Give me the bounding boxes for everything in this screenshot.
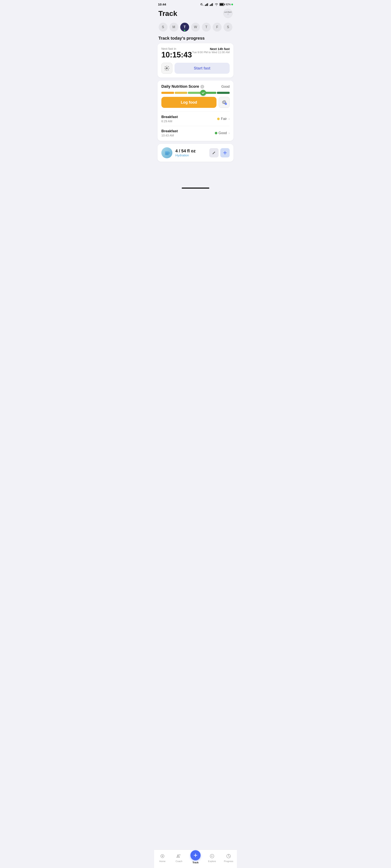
scan-icon — [221, 100, 227, 105]
meal-1-section: Breakfast 6:29 AM Fair › — [161, 111, 230, 123]
next-fast-label: Next fast in — [161, 47, 192, 51]
fasting-settings-button[interactable] — [161, 63, 172, 74]
log-food-button[interactable]: Log food — [161, 97, 216, 108]
day-selector: S M T W T F S — [154, 21, 237, 35]
meal-2-score[interactable]: Good › — [215, 131, 230, 135]
fasting-header: Next fast in 10:15:43 Next 14h fast Tue … — [161, 47, 230, 60]
day-circle-saturday[interactable]: S — [223, 23, 232, 32]
plus-icon — [223, 151, 227, 155]
section-title: Track today's progress — [154, 35, 237, 43]
app-header: Track Let them ♡ — [154, 7, 237, 21]
next-fast-right: Next 14h fast — [192, 47, 230, 51]
score-dot-yellow — [217, 118, 220, 120]
battery: 92% — [219, 3, 233, 6]
meal-2-section: Breakfast 10:43 AM Good › — [161, 126, 230, 137]
day-circle-sunday[interactable]: S — [159, 23, 168, 32]
meal-1-score[interactable]: Fair › — [217, 117, 230, 121]
fast-schedule: Tue 9:00 PM to Wed 11:00 AM — [192, 51, 230, 54]
info-icon[interactable]: i — [200, 85, 204, 89]
log-food-row: Log food — [161, 97, 230, 108]
meal-1-name: Breakfast — [161, 115, 178, 119]
food-scan-button[interactable] — [219, 97, 230, 108]
day-friday[interactable]: F — [213, 23, 221, 32]
day-circle-tuesday[interactable]: T — [180, 23, 189, 32]
day-tuesday[interactable]: T — [180, 23, 189, 32]
hydration-label: Hydration — [175, 153, 206, 157]
signal2-icon — [210, 3, 213, 6]
nutrition-card: Daily Nutrition Score i Good Log food — [157, 81, 234, 141]
wifi-icon — [215, 3, 218, 6]
hydration-edit-button[interactable] — [209, 148, 219, 157]
fasting-actions: Start fast — [161, 63, 230, 74]
battery-percent: 92% — [225, 3, 231, 6]
day-circle-monday[interactable]: M — [170, 23, 178, 32]
day-wednesday[interactable]: W — [191, 23, 200, 32]
svg-rect-6 — [211, 4, 212, 6]
svg-point-13 — [224, 102, 225, 103]
hydration-icon-wrap — [161, 147, 172, 158]
nutrition-header: Daily Nutrition Score i Good — [161, 84, 230, 89]
hydration-amount: 4 / 54 fl oz — [175, 149, 206, 153]
avatar-text: Let them ♡ — [223, 11, 232, 16]
svg-rect-7 — [212, 3, 213, 6]
day-sunday[interactable]: S — [159, 23, 168, 32]
status-bar: 10:44 — [154, 0, 237, 7]
progress-checkmark — [200, 90, 206, 96]
svg-rect-9 — [220, 3, 223, 5]
chevron-right-icon: › — [229, 117, 230, 121]
nutrition-title: Daily Nutrition Score — [161, 84, 199, 89]
svg-rect-16 — [166, 151, 168, 153]
svg-rect-5 — [211, 4, 211, 6]
day-circle-thursday[interactable]: T — [202, 23, 211, 32]
avatar[interactable]: Let them ♡ — [223, 9, 233, 18]
meal-2-row[interactable]: Breakfast 10:43 AM Good › — [161, 129, 230, 137]
day-monday[interactable]: M — [170, 23, 178, 32]
start-fast-button[interactable]: Start fast — [175, 63, 230, 74]
today-dot — [184, 30, 185, 31]
meal-2-time: 10:43 AM — [161, 134, 178, 137]
fast-timer: 10:15:43 — [161, 51, 192, 59]
settings-icon — [164, 65, 170, 71]
log-food-section: Log food — [161, 97, 230, 108]
meal-2-name: Breakfast — [161, 129, 178, 133]
svg-rect-3 — [207, 3, 208, 6]
hydration-icon — [164, 150, 170, 156]
battery-icon — [219, 3, 225, 6]
day-circle-friday[interactable]: F — [213, 23, 221, 32]
svg-rect-1 — [206, 4, 206, 6]
hydration-actions — [209, 148, 230, 157]
svg-rect-10 — [224, 4, 225, 5]
nutrition-progress-bar — [161, 92, 230, 94]
svg-rect-0 — [205, 5, 206, 6]
checkmark-icon — [202, 91, 205, 94]
battery-charging-dot — [231, 4, 233, 5]
day-circle-wednesday[interactable]: W — [191, 23, 200, 32]
hydration-card: 4 / 54 fl oz Hydration — [157, 144, 234, 162]
nutrition-score: Good — [221, 85, 230, 89]
meal-1-time: 6:29 AM — [161, 120, 178, 123]
page-title: Track — [158, 9, 177, 18]
edit-icon — [212, 151, 216, 155]
fasting-card: Next fast in 10:15:43 Next 14h fast Tue … — [157, 43, 234, 78]
svg-rect-2 — [207, 4, 207, 6]
hydration-add-button[interactable] — [220, 148, 230, 157]
status-time: 10:44 — [158, 3, 166, 6]
meal-1-row[interactable]: Breakfast 6:29 AM Fair › — [161, 115, 230, 123]
status-icons: 92% — [200, 3, 233, 6]
day-saturday[interactable]: S — [223, 23, 232, 32]
mute-icon — [200, 3, 204, 6]
hydration-info: 4 / 54 fl oz Hydration — [175, 149, 206, 157]
score-dot-green — [215, 132, 217, 134]
day-thursday[interactable]: T — [202, 23, 211, 32]
home-indicator — [182, 188, 209, 189]
chevron-right-icon-2: › — [229, 131, 230, 135]
svg-rect-4 — [210, 5, 210, 6]
signal-icon — [205, 3, 209, 6]
